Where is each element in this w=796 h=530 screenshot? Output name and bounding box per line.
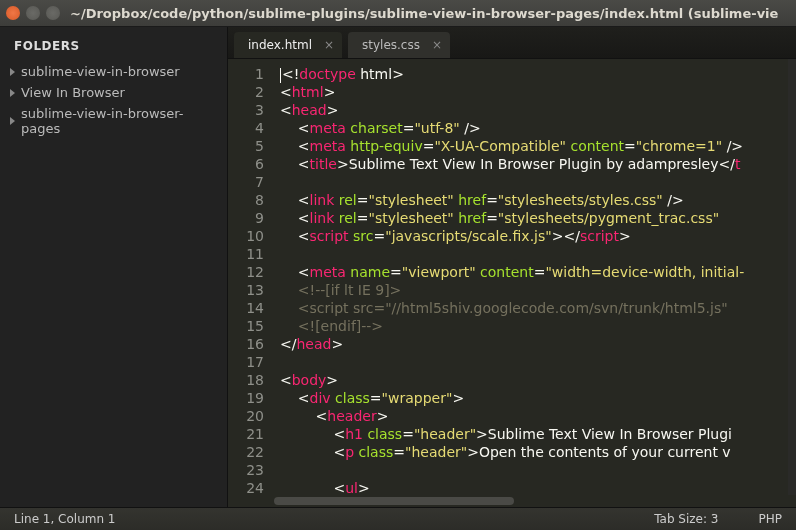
tab[interactable]: index.html× [234, 32, 342, 58]
horizontal-scrollbar[interactable] [228, 495, 796, 507]
code-content[interactable]: <!doctype html><html><head> <meta charse… [274, 59, 788, 495]
close-icon[interactable] [6, 6, 20, 20]
statusbar: Line 1, Column 1 Tab Size: 3 PHP [0, 507, 796, 530]
tab[interactable]: styles.css× [348, 32, 450, 58]
close-icon[interactable]: × [432, 38, 442, 52]
sidebar-item-folder[interactable]: sublime-view-in-browser [0, 61, 227, 82]
sidebar: FOLDERS sublime-view-in-browserView In B… [0, 27, 228, 507]
tab-label: styles.css [362, 38, 420, 52]
status-cursor-pos[interactable]: Line 1, Column 1 [14, 512, 116, 526]
editor-area: index.html×styles.css× 12345678910111213… [228, 27, 796, 507]
window-controls [6, 6, 60, 20]
scrollbar-thumb[interactable] [274, 497, 514, 505]
folder-label: sublime-view-in-browser [21, 64, 180, 79]
code-editor[interactable]: 1234567891011121314151617181920212223242… [228, 59, 796, 495]
sidebar-item-folder[interactable]: sublime-view-in-browser-pages [0, 103, 227, 139]
gutter: 1234567891011121314151617181920212223242… [228, 59, 274, 495]
window-title: ~/Dropbox/code/python/sublime-plugins/su… [70, 6, 778, 21]
folder-label: View In Browser [21, 85, 125, 100]
disclosure-triangle-icon[interactable] [10, 89, 15, 97]
disclosure-triangle-icon[interactable] [10, 68, 15, 76]
close-icon[interactable]: × [324, 38, 334, 52]
tabbar: index.html×styles.css× [228, 27, 796, 59]
minimap[interactable] [788, 59, 796, 495]
disclosure-triangle-icon[interactable] [10, 117, 15, 125]
sidebar-item-folder[interactable]: View In Browser [0, 82, 227, 103]
sidebar-header: FOLDERS [0, 35, 227, 61]
folder-label: sublime-view-in-browser-pages [21, 106, 217, 136]
minimize-icon[interactable] [26, 6, 40, 20]
titlebar: ~/Dropbox/code/python/sublime-plugins/su… [0, 0, 796, 27]
status-syntax[interactable]: PHP [759, 512, 783, 526]
status-tab-size[interactable]: Tab Size: 3 [654, 512, 718, 526]
maximize-icon[interactable] [46, 6, 60, 20]
tab-label: index.html [248, 38, 312, 52]
